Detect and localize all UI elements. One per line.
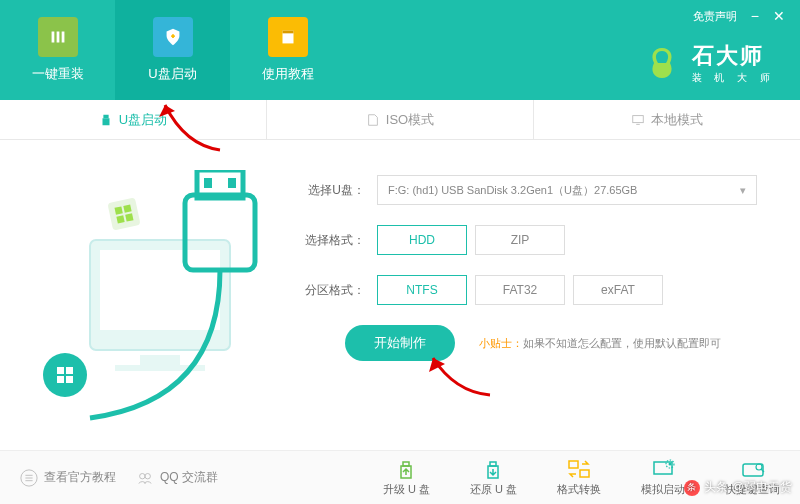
svg-rect-38 xyxy=(580,470,589,477)
svg-rect-2 xyxy=(61,32,64,43)
svg-rect-26 xyxy=(125,213,133,221)
illustration-panel xyxy=(0,140,295,450)
people-icon xyxy=(136,469,154,487)
qq-link-label: QQ 交流群 xyxy=(160,469,218,486)
restore-icon xyxy=(480,458,506,480)
simulate-boot-action[interactable]: 模拟启动 xyxy=(641,458,685,497)
partition-label: 分区格式： xyxy=(295,282,365,299)
app-header: 一键重装 U盘启动 使用教程 免责声明 − ✕ 石大师 装 机 大 师 xyxy=(0,0,800,100)
usb-select-value: F:G: (hd1) USB SanDisk 3.2Gen1（U盘）27.65G… xyxy=(388,183,637,198)
window-controls: 免责声明 − ✕ xyxy=(693,8,785,24)
svg-rect-14 xyxy=(57,367,64,374)
upgrade-usb-action[interactable]: 升级 U 盘 xyxy=(383,458,430,497)
svg-rect-11 xyxy=(140,355,180,365)
svg-rect-24 xyxy=(123,205,131,213)
action-label: 升级 U 盘 xyxy=(383,482,430,497)
convert-icon xyxy=(566,458,592,480)
tutorial-link-label: 查看官方教程 xyxy=(44,469,116,486)
qq-group-link[interactable]: QQ 交流群 xyxy=(136,469,218,487)
nav-tab-tutorial[interactable]: 使用教程 xyxy=(230,0,345,100)
format-convert-action[interactable]: 格式转换 xyxy=(557,458,601,497)
sub-tab-label: ISO模式 xyxy=(386,111,434,129)
sub-tab-iso[interactable]: ISO模式 xyxy=(267,100,534,139)
svg-point-32 xyxy=(145,473,150,478)
sub-tab-local[interactable]: 本地模式 xyxy=(534,100,800,139)
usb-illustration-icon xyxy=(40,170,270,430)
chevron-down-icon: ▾ xyxy=(740,184,746,197)
svg-rect-36 xyxy=(490,462,496,466)
action-label: 还原 U 盘 xyxy=(470,482,517,497)
svg-rect-16 xyxy=(57,376,64,383)
nav-tabs: 一键重装 U盘启动 使用教程 xyxy=(0,0,345,100)
main-content: 选择U盘： F:G: (hd1) USB SanDisk 3.2Gen1（U盘）… xyxy=(0,140,800,450)
monitor-icon xyxy=(631,113,645,127)
partition-ntfs-option[interactable]: NTFS xyxy=(377,275,467,305)
partition-exfat-option[interactable]: exFAT xyxy=(573,275,663,305)
svg-rect-17 xyxy=(66,376,73,383)
book-icon xyxy=(268,17,308,57)
select-usb-label: 选择U盘： xyxy=(295,182,365,199)
tip-text: 小贴士：如果不知道怎么配置，使用默认配置即可 xyxy=(479,336,721,351)
keyboard-icon xyxy=(740,458,766,480)
svg-rect-10 xyxy=(100,250,220,330)
svg-point-31 xyxy=(140,473,145,478)
brand-logo-icon xyxy=(642,43,682,83)
annotation-arrow-icon xyxy=(155,95,225,155)
brand-subtitle: 装 机 大 师 xyxy=(692,71,775,85)
format-zip-option[interactable]: ZIP xyxy=(475,225,565,255)
svg-rect-7 xyxy=(633,115,644,122)
watermark-author: @弱电干货 xyxy=(732,479,792,496)
simulate-icon xyxy=(650,458,676,480)
restore-usb-action[interactable]: 还原 U 盘 xyxy=(470,458,517,497)
nav-label: 使用教程 xyxy=(262,65,314,83)
partition-fat32-option[interactable]: FAT32 xyxy=(475,275,565,305)
nav-label: 一键重装 xyxy=(32,65,84,83)
svg-rect-15 xyxy=(66,367,73,374)
watermark-logo-icon: 条 xyxy=(684,480,700,496)
sub-tab-usb[interactable]: U盘启动 xyxy=(0,100,267,139)
svg-rect-25 xyxy=(116,215,124,223)
nav-tab-reinstall[interactable]: 一键重装 xyxy=(0,0,115,100)
format-label: 选择格式： xyxy=(295,232,365,249)
svg-rect-22 xyxy=(107,197,140,230)
svg-rect-1 xyxy=(56,32,59,43)
svg-rect-37 xyxy=(569,461,578,468)
tip-body: 如果不知道怎么配置，使用默认配置即可 xyxy=(523,337,721,349)
form-area: 选择U盘： F:G: (hd1) USB SanDisk 3.2Gen1（U盘）… xyxy=(295,140,800,450)
usb-shield-icon xyxy=(153,17,193,57)
svg-rect-34 xyxy=(403,462,409,466)
watermark-source: 头条 xyxy=(704,479,728,496)
action-label: 格式转换 xyxy=(557,482,601,497)
sub-tabs: U盘启动 ISO模式 本地模式 xyxy=(0,100,800,140)
svg-point-13 xyxy=(43,353,87,397)
svg-rect-0 xyxy=(51,32,54,43)
annotation-arrow-icon xyxy=(425,350,495,400)
tip-label: 小贴士： xyxy=(479,337,523,349)
svg-rect-23 xyxy=(115,206,123,214)
list-icon xyxy=(20,469,38,487)
footer: 查看官方教程 QQ 交流群 升级 U 盘 还原 U 盘 格式转换 模拟启动 快捷… xyxy=(0,450,800,504)
file-icon xyxy=(366,113,380,127)
sub-tab-label: 本地模式 xyxy=(651,111,703,129)
svg-rect-6 xyxy=(102,118,109,125)
nav-label: U盘启动 xyxy=(148,65,196,83)
watermark: 条 头条 @弱电干货 xyxy=(684,479,792,496)
svg-point-41 xyxy=(669,463,672,466)
nav-tab-usb-boot[interactable]: U盘启动 xyxy=(115,0,230,100)
svg-rect-4 xyxy=(282,31,293,34)
usb-select[interactable]: F:G: (hd1) USB SanDisk 3.2Gen1（U盘）27.65G… xyxy=(377,175,757,205)
minimize-button[interactable]: − xyxy=(751,8,759,24)
bars-icon xyxy=(38,17,78,57)
upgrade-icon xyxy=(393,458,419,480)
tutorial-link[interactable]: 查看官方教程 xyxy=(20,469,116,487)
close-button[interactable]: ✕ xyxy=(773,8,785,24)
action-label: 模拟启动 xyxy=(641,482,685,497)
usb-icon xyxy=(99,113,113,127)
brand-name: 石大师 xyxy=(692,41,775,71)
disclaimer-link[interactable]: 免责声明 xyxy=(693,9,737,24)
svg-rect-21 xyxy=(228,178,236,188)
format-hdd-option[interactable]: HDD xyxy=(377,225,467,255)
brand: 石大师 装 机 大 师 xyxy=(642,41,775,85)
svg-rect-5 xyxy=(103,114,108,118)
svg-rect-20 xyxy=(204,178,212,188)
